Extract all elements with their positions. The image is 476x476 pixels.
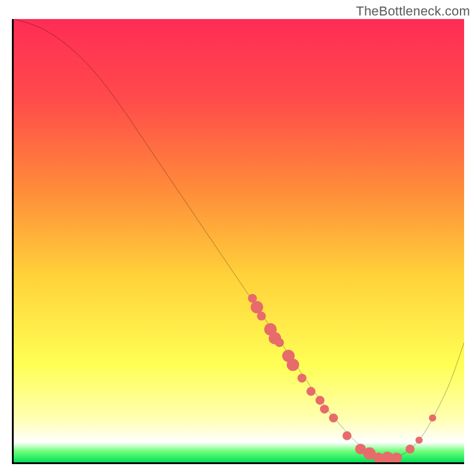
watermark-text: TheBottleneck.com bbox=[356, 4, 470, 19]
svg-rect-0 bbox=[14, 19, 464, 462]
chart-plot-area bbox=[12, 19, 464, 464]
chart-background-gradient bbox=[14, 19, 464, 462]
